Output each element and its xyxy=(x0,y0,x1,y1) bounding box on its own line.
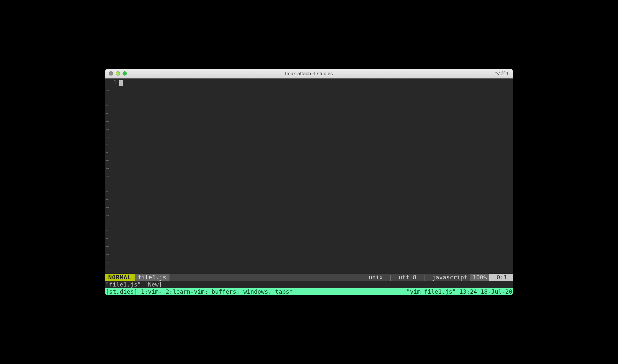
tilde-icon: ~ xyxy=(105,227,110,235)
empty-line[interactable]: ~ xyxy=(105,110,513,118)
empty-line[interactable]: ~ xyxy=(105,227,513,235)
tilde-icon: ~ xyxy=(105,102,110,110)
tilde-icon: ~ xyxy=(105,157,110,164)
tilde-icon: ~ xyxy=(105,94,110,102)
empty-line[interactable]: ~ xyxy=(105,180,513,188)
empty-line[interactable]: ~ xyxy=(105,118,513,125)
tilde-icon: ~ xyxy=(105,250,110,258)
empty-line[interactable]: ~ xyxy=(105,203,513,211)
tilde-icon: ~ xyxy=(105,188,110,196)
tmux-right: "vim file1.js" 13:24 18-Jul-20 xyxy=(406,288,512,295)
tilde-icon: ~ xyxy=(105,86,110,94)
tilde-icon: ~ xyxy=(105,211,110,219)
vim-mode: NORMAL xyxy=(105,274,135,281)
tilde-icon: ~ xyxy=(105,110,110,118)
empty-line[interactable]: ~ xyxy=(105,258,513,266)
editor-area[interactable]: 1 ~~~~~~~~~~~~~~~~~~~~~~~~ xyxy=(105,78,513,274)
empty-line[interactable]: ~ xyxy=(105,125,513,133)
tilde-icon: ~ xyxy=(105,164,110,172)
tilde-icon: ~ xyxy=(105,125,110,133)
cursor xyxy=(119,80,123,86)
editor-line[interactable]: 1 xyxy=(105,78,513,86)
tilde-icon: ~ xyxy=(105,243,110,250)
empty-line[interactable]: ~ xyxy=(105,266,513,274)
vim-message: "file1.js" [New] xyxy=(105,281,513,288)
separator: | xyxy=(421,274,427,281)
empty-line[interactable]: ~ xyxy=(105,157,513,164)
empty-line[interactable]: ~ xyxy=(105,172,513,180)
titlebar: tmux attach -t studies ⌥⌘1 xyxy=(105,69,513,78)
fileformat: unix xyxy=(367,274,384,281)
tilde-icon: ~ xyxy=(105,149,110,157)
statusline-fileinfo: unix | utf-8 | javascript xyxy=(367,274,469,281)
tilde-icon: ~ xyxy=(105,118,110,125)
encoding: utf-8 xyxy=(397,274,418,281)
line-number: 1 xyxy=(105,78,119,86)
empty-line[interactable]: ~ xyxy=(105,94,513,102)
window-title: tmux attach -t studies xyxy=(105,71,513,76)
empty-line[interactable]: ~ xyxy=(105,164,513,172)
tilde-icon: ~ xyxy=(105,196,110,203)
scroll-percent: 100% xyxy=(470,274,489,281)
titlebar-shortcut: ⌥⌘1 xyxy=(495,71,509,77)
filetype: javascript xyxy=(431,274,469,281)
empty-line[interactable]: ~ xyxy=(105,141,513,149)
empty-line[interactable]: ~ xyxy=(105,149,513,157)
tilde-icon: ~ xyxy=(105,133,110,141)
tilde-icon: ~ xyxy=(105,258,110,266)
empty-line[interactable]: ~ xyxy=(105,211,513,219)
tmux-statusbar[interactable]: [studies] 1:vim- 2:learn-vim: buffers, w… xyxy=(105,288,513,295)
tilde-icon: ~ xyxy=(105,172,110,180)
statusline-filename: file1.js xyxy=(135,274,169,281)
empty-line[interactable]: ~ xyxy=(105,243,513,250)
empty-line[interactable]: ~ xyxy=(105,250,513,258)
empty-line[interactable]: ~ xyxy=(105,196,513,203)
empty-line[interactable]: ~ xyxy=(105,219,513,227)
tilde-icon: ~ xyxy=(105,180,110,188)
vim-statusline: NORMAL file1.js unix | utf-8 | javascrip… xyxy=(105,274,513,281)
tilde-icon: ~ xyxy=(105,141,110,149)
separator: | xyxy=(388,274,394,281)
tilde-icon: ~ xyxy=(105,219,110,227)
terminal-window: tmux attach -t studies ⌥⌘1 1 ~~~~~~~~~~~… xyxy=(105,69,513,295)
line-content[interactable] xyxy=(119,78,513,86)
empty-line[interactable]: ~ xyxy=(105,86,513,94)
empty-line[interactable]: ~ xyxy=(105,235,513,243)
empty-line[interactable]: ~ xyxy=(105,133,513,141)
tmux-left[interactable]: [studies] 1:vim- 2:learn-vim: buffers, w… xyxy=(106,288,293,295)
line-col: 0:1 xyxy=(489,274,513,281)
empty-line[interactable]: ~ xyxy=(105,188,513,196)
empty-line[interactable]: ~ xyxy=(105,102,513,110)
tilde-icon: ~ xyxy=(105,235,110,243)
tilde-icon: ~ xyxy=(105,266,110,274)
tilde-icon: ~ xyxy=(105,203,110,211)
